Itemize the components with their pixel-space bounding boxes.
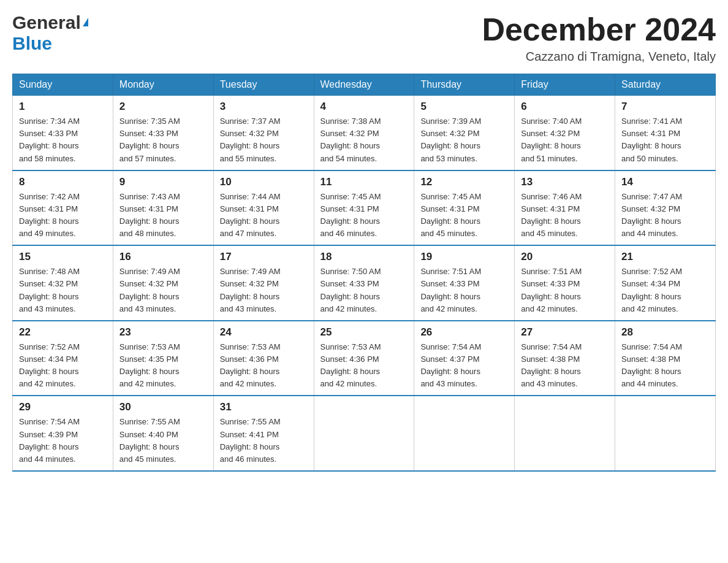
day-info: Sunrise: 7:54 AMSunset: 4:38 PMDaylight:…	[621, 341, 709, 391]
day-info: Sunrise: 7:35 AMSunset: 4:33 PMDaylight:…	[119, 115, 207, 165]
day-info: Sunrise: 7:43 AMSunset: 4:31 PMDaylight:…	[119, 191, 207, 240]
day-info: Sunrise: 7:55 AMSunset: 4:40 PMDaylight:…	[119, 416, 207, 465]
day-info: Sunrise: 7:49 AMSunset: 4:32 PMDaylight:…	[119, 266, 207, 315]
calendar-cell: 8Sunrise: 7:42 AMSunset: 4:31 PMDaylight…	[13, 170, 113, 246]
day-number: 26	[420, 326, 508, 339]
calendar-cell: 9Sunrise: 7:43 AMSunset: 4:31 PMDaylight…	[113, 170, 213, 246]
calendar-cell	[615, 396, 716, 471]
day-number: 16	[119, 251, 207, 263]
day-info: Sunrise: 7:54 AMSunset: 4:37 PMDaylight:…	[420, 341, 508, 391]
day-number: 11	[320, 176, 408, 188]
calendar-cell: 27Sunrise: 7:54 AMSunset: 4:38 PMDayligh…	[515, 321, 615, 396]
day-info: Sunrise: 7:41 AMSunset: 4:31 PMDaylight:…	[621, 115, 709, 165]
day-info: Sunrise: 7:37 AMSunset: 4:32 PMDaylight:…	[220, 115, 308, 165]
day-info: Sunrise: 7:46 AMSunset: 4:31 PMDaylight:…	[521, 191, 609, 240]
day-number: 31	[220, 401, 308, 413]
logo: General Blue	[12, 12, 88, 54]
day-info: Sunrise: 7:52 AMSunset: 4:34 PMDaylight:…	[19, 341, 107, 391]
calendar-table: SundayMondayTuesdayWednesdayThursdayFrid…	[12, 74, 716, 472]
calendar-cell: 2Sunrise: 7:35 AMSunset: 4:33 PMDaylight…	[113, 96, 213, 170]
calendar-header-row: SundayMondayTuesdayWednesdayThursdayFrid…	[13, 74, 716, 96]
calendar-cell: 25Sunrise: 7:53 AMSunset: 4:36 PMDayligh…	[314, 321, 414, 396]
calendar-cell: 4Sunrise: 7:38 AMSunset: 4:32 PMDaylight…	[314, 96, 414, 170]
header-wednesday: Wednesday	[314, 74, 414, 96]
calendar-cell: 7Sunrise: 7:41 AMSunset: 4:31 PMDaylight…	[615, 96, 716, 170]
day-number: 7	[621, 101, 709, 113]
day-number: 1	[19, 101, 107, 113]
day-info: Sunrise: 7:53 AMSunset: 4:35 PMDaylight:…	[119, 341, 207, 391]
day-number: 4	[320, 101, 408, 113]
title-block: December 2024 Cazzano di Tramigna, Venet…	[482, 12, 716, 64]
day-info: Sunrise: 7:52 AMSunset: 4:34 PMDaylight:…	[621, 266, 709, 315]
calendar-cell: 11Sunrise: 7:45 AMSunset: 4:31 PMDayligh…	[314, 170, 414, 246]
day-info: Sunrise: 7:54 AMSunset: 4:39 PMDaylight:…	[19, 416, 107, 465]
calendar-cell: 26Sunrise: 7:54 AMSunset: 4:37 PMDayligh…	[414, 321, 515, 396]
day-info: Sunrise: 7:55 AMSunset: 4:41 PMDaylight:…	[220, 416, 308, 465]
day-info: Sunrise: 7:44 AMSunset: 4:31 PMDaylight:…	[220, 191, 308, 240]
calendar-week-row: 1Sunrise: 7:34 AMSunset: 4:33 PMDaylight…	[13, 96, 716, 170]
day-info: Sunrise: 7:50 AMSunset: 4:33 PMDaylight:…	[320, 266, 408, 315]
calendar-week-row: 15Sunrise: 7:48 AMSunset: 4:32 PMDayligh…	[13, 245, 716, 321]
day-info: Sunrise: 7:54 AMSunset: 4:38 PMDaylight:…	[521, 341, 609, 391]
day-info: Sunrise: 7:53 AMSunset: 4:36 PMDaylight:…	[220, 341, 308, 391]
day-number: 13	[521, 176, 609, 188]
day-number: 2	[119, 101, 207, 113]
day-info: Sunrise: 7:34 AMSunset: 4:33 PMDaylight:…	[19, 115, 107, 165]
calendar-cell	[515, 396, 615, 471]
calendar-cell: 18Sunrise: 7:50 AMSunset: 4:33 PMDayligh…	[314, 245, 414, 321]
calendar-week-row: 29Sunrise: 7:54 AMSunset: 4:39 PMDayligh…	[13, 396, 716, 471]
day-number: 24	[220, 326, 308, 339]
day-number: 8	[19, 176, 107, 188]
day-number: 5	[420, 101, 508, 113]
calendar-cell: 10Sunrise: 7:44 AMSunset: 4:31 PMDayligh…	[213, 170, 314, 246]
logo-blue: Blue	[12, 33, 52, 53]
month-title: December 2024	[482, 12, 716, 47]
page-header: General Blue December 2024 Cazzano di Tr…	[12, 12, 716, 64]
header-saturday: Saturday	[615, 74, 716, 96]
calendar-cell: 28Sunrise: 7:54 AMSunset: 4:38 PMDayligh…	[615, 321, 716, 396]
calendar-cell: 15Sunrise: 7:48 AMSunset: 4:32 PMDayligh…	[13, 245, 113, 321]
calendar-cell: 29Sunrise: 7:54 AMSunset: 4:39 PMDayligh…	[13, 396, 113, 471]
day-number: 9	[119, 176, 207, 188]
day-number: 18	[320, 251, 408, 263]
calendar-cell: 20Sunrise: 7:51 AMSunset: 4:33 PMDayligh…	[515, 245, 615, 321]
calendar-week-row: 8Sunrise: 7:42 AMSunset: 4:31 PMDaylight…	[13, 170, 716, 246]
day-number: 25	[320, 326, 408, 339]
header-thursday: Thursday	[414, 74, 515, 96]
day-info: Sunrise: 7:45 AMSunset: 4:31 PMDaylight:…	[420, 191, 508, 240]
calendar-cell: 6Sunrise: 7:40 AMSunset: 4:32 PMDaylight…	[515, 96, 615, 170]
calendar-cell: 1Sunrise: 7:34 AMSunset: 4:33 PMDaylight…	[13, 96, 113, 170]
day-number: 17	[220, 251, 308, 263]
calendar-cell: 12Sunrise: 7:45 AMSunset: 4:31 PMDayligh…	[414, 170, 515, 246]
day-number: 28	[621, 326, 709, 339]
day-info: Sunrise: 7:53 AMSunset: 4:36 PMDaylight:…	[320, 341, 408, 391]
calendar-cell: 22Sunrise: 7:52 AMSunset: 4:34 PMDayligh…	[13, 321, 113, 396]
calendar-cell: 14Sunrise: 7:47 AMSunset: 4:32 PMDayligh…	[615, 170, 716, 246]
logo-triangle-icon	[83, 18, 88, 26]
day-number: 12	[420, 176, 508, 188]
day-number: 15	[19, 251, 107, 263]
day-info: Sunrise: 7:42 AMSunset: 4:31 PMDaylight:…	[19, 191, 107, 240]
header-friday: Friday	[515, 74, 615, 96]
location-subtitle: Cazzano di Tramigna, Veneto, Italy	[482, 50, 716, 64]
calendar-cell: 3Sunrise: 7:37 AMSunset: 4:32 PMDaylight…	[213, 96, 314, 170]
day-info: Sunrise: 7:47 AMSunset: 4:32 PMDaylight:…	[621, 191, 709, 240]
day-number: 20	[521, 251, 609, 263]
day-number: 29	[19, 401, 107, 413]
calendar-cell: 30Sunrise: 7:55 AMSunset: 4:40 PMDayligh…	[113, 396, 213, 471]
calendar-cell: 19Sunrise: 7:51 AMSunset: 4:33 PMDayligh…	[414, 245, 515, 321]
day-info: Sunrise: 7:51 AMSunset: 4:33 PMDaylight:…	[521, 266, 609, 315]
header-sunday: Sunday	[13, 74, 113, 96]
day-number: 14	[621, 176, 709, 188]
logo-general: General	[12, 12, 81, 33]
day-info: Sunrise: 7:39 AMSunset: 4:32 PMDaylight:…	[420, 115, 508, 165]
calendar-cell	[414, 396, 515, 471]
calendar-cell	[314, 396, 414, 471]
day-number: 23	[119, 326, 207, 339]
day-info: Sunrise: 7:38 AMSunset: 4:32 PMDaylight:…	[320, 115, 408, 165]
day-number: 27	[521, 326, 609, 339]
day-number: 10	[220, 176, 308, 188]
day-info: Sunrise: 7:40 AMSunset: 4:32 PMDaylight:…	[521, 115, 609, 165]
header-tuesday: Tuesday	[213, 74, 314, 96]
day-number: 6	[521, 101, 609, 113]
